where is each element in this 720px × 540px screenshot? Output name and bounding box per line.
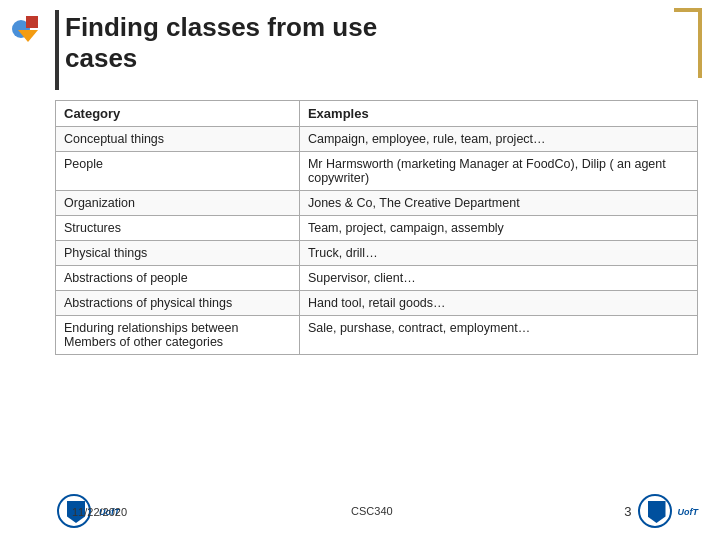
- title-area: Finding classes from use cases: [65, 12, 665, 74]
- table-cell-examples: Supervisor, client…: [299, 266, 697, 291]
- title-line2: cases: [65, 43, 137, 73]
- table-cell-examples: Truck, drill…: [299, 241, 697, 266]
- footer-course: CSC340: [351, 505, 393, 517]
- table-cell-category: Enduring relationships between Members o…: [56, 316, 300, 355]
- column-header-category: Category: [56, 101, 300, 127]
- classes-table: Category Examples Conceptual thingsCampa…: [55, 100, 698, 355]
- table-cell-category: Abstractions of physical things: [56, 291, 300, 316]
- page-title: Finding classes from use cases: [65, 12, 665, 74]
- table-cell-examples: Team, project, campaign, assembly: [299, 216, 697, 241]
- table-row: OrganizationJones & Co, The Creative Dep…: [56, 191, 698, 216]
- table-cell-examples: Sale, purshase, contract, employment…: [299, 316, 697, 355]
- footer-right: 3 UofT: [624, 492, 698, 530]
- table-row: Abstractions of peopleSupervisor, client…: [56, 266, 698, 291]
- uoft-shield-right: [648, 501, 666, 523]
- footer: UofT CSC340 3 UofT: [55, 492, 698, 530]
- table-row: Abstractions of physical thingsHand tool…: [56, 291, 698, 316]
- footer-date: 11/22/2020: [72, 506, 127, 518]
- uoft-label-right: UofT: [678, 507, 699, 517]
- column-header-examples: Examples: [299, 101, 697, 127]
- table-row: Physical thingsTruck, drill…: [56, 241, 698, 266]
- table-cell-category: Physical things: [56, 241, 300, 266]
- logo-top-left: [8, 8, 50, 50]
- logo-arrow: [18, 30, 38, 42]
- table-cell-examples: Jones & Co, The Creative Department: [299, 191, 697, 216]
- table-cell-category: Organization: [56, 191, 300, 216]
- left-bar-decoration: [55, 10, 59, 90]
- table-cell-category: People: [56, 152, 300, 191]
- top-bracket-decoration: [674, 8, 702, 78]
- table-header-row: Category Examples: [56, 101, 698, 127]
- table-row: Conceptual thingsCampaign, employee, rul…: [56, 127, 698, 152]
- table-cell-examples: Mr Harmsworth (marketing Manager at Food…: [299, 152, 697, 191]
- table-cell-category: Conceptual things: [56, 127, 300, 152]
- table-cell-examples: Campaign, employee, rule, team, project…: [299, 127, 697, 152]
- table-cell-examples: Hand tool, retail goods…: [299, 291, 697, 316]
- table-cell-category: Abstractions of people: [56, 266, 300, 291]
- main-table-container: Category Examples Conceptual thingsCampa…: [55, 100, 698, 475]
- footer-center: CSC340: [351, 505, 393, 517]
- logo-square: [26, 16, 38, 28]
- uoft-logo-right: [636, 492, 674, 530]
- table-row: PeopleMr Harmsworth (marketing Manager a…: [56, 152, 698, 191]
- table-row: StructuresTeam, project, campaign, assem…: [56, 216, 698, 241]
- title-line1: Finding classes from use: [65, 12, 377, 42]
- table-row: Enduring relationships between Members o…: [56, 316, 698, 355]
- uoft-circle-right: [638, 494, 672, 528]
- table-cell-category: Structures: [56, 216, 300, 241]
- page-number: 3: [624, 504, 631, 519]
